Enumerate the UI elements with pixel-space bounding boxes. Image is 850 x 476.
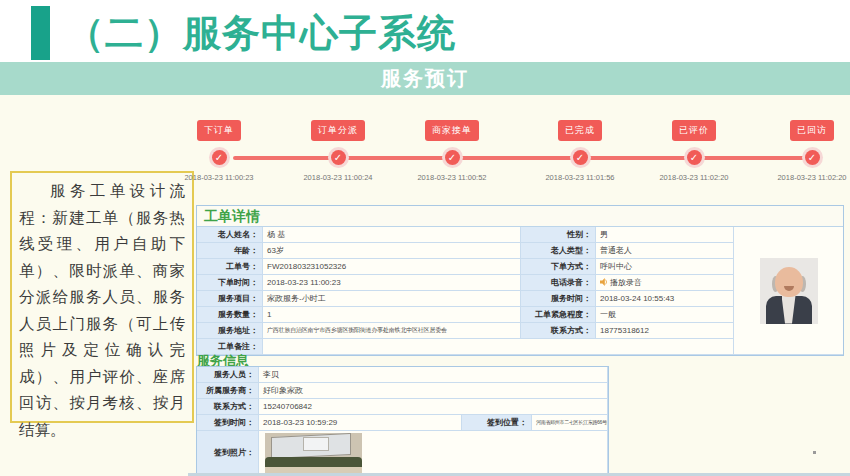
field-value: 好印象家政 — [259, 383, 608, 399]
field-value: 杨 基 — [263, 227, 521, 243]
step-button-rated[interactable]: 已评价 — [672, 120, 716, 141]
step-timestamp: 2018-03-23 11:00:23 — [159, 173, 279, 182]
field-value: 2018-03-23 10:59:29 — [259, 415, 462, 431]
field-label: 联系方式： — [521, 323, 596, 339]
step-button-accept[interactable]: 商家接单 — [425, 120, 479, 141]
elder-photo-cell — [734, 227, 843, 355]
field-label: 服务地址： — [197, 323, 263, 339]
step-button-dispatch[interactable]: 订单分派 — [311, 120, 365, 141]
field-value: 1 — [263, 307, 521, 323]
timeline-step-complete: 已完成 2018-03-23 11:01:56 — [520, 119, 640, 182]
field-value-remark — [263, 339, 734, 355]
field-label: 服务项目： — [197, 291, 263, 307]
field-value: 一般 — [596, 307, 734, 323]
field-label: 老人姓名： — [197, 227, 263, 243]
step-timestamp: 2018-03-23 11:00:24 — [278, 173, 398, 182]
check-icon — [445, 150, 460, 165]
field-label: 老人类型： — [521, 243, 596, 259]
timeline-step-order: 下订单 2018-03-23 11:00:23 — [159, 119, 279, 182]
timeline-step-dispatch: 订单分派 2018-03-23 11:00:24 — [278, 119, 398, 182]
check-icon — [687, 150, 702, 165]
field-label: 服务数量： — [197, 307, 263, 323]
work-order-detail-panel: 工单详情 老人姓名： 杨 基 性别： 男 年龄： 63岁 老人类型： 普通老人 … — [196, 205, 844, 356]
check-icon — [805, 150, 820, 165]
check-icon — [331, 150, 346, 165]
step-timestamp: 2018-03-23 11:00:52 — [392, 173, 512, 182]
field-label: 签到时间： — [197, 415, 259, 431]
artifact-dot — [813, 451, 816, 454]
field-label: 服务人员： — [197, 367, 259, 383]
timeline-step-visited: 已回访 2018-03-23 11:02:20 — [752, 119, 850, 182]
field-value: 李贝 — [259, 367, 608, 383]
field-label: 工单号： — [197, 259, 263, 275]
field-label: 所属服务商： — [197, 383, 259, 399]
step-timestamp: 2018-03-23 11:01:56 — [520, 173, 640, 182]
step-timestamp: 2018-03-23 11:02:20 — [752, 173, 850, 182]
field-label: 下单方式： — [521, 259, 596, 275]
field-value: 呼叫中心 — [596, 259, 734, 275]
field-value: 家政服务-小时工 — [263, 291, 521, 307]
field-label: 下单时间： — [197, 275, 263, 291]
field-value: 2018-03-24 10:55:43 — [596, 291, 734, 307]
signin-photo — [265, 433, 362, 475]
detail-table: 老人姓名： 杨 基 性别： 男 年龄： 63岁 老人类型： 普通老人 工单号： … — [197, 227, 843, 355]
step-button-complete[interactable]: 已完成 — [558, 120, 602, 141]
field-label: 联系方式： — [197, 399, 259, 415]
field-value: 18775318612 — [596, 323, 734, 339]
detail-panel-title: 工单详情 — [197, 206, 843, 227]
signin-photo-cell — [259, 431, 608, 476]
field-label: 服务时间： — [521, 291, 596, 307]
field-value: 男 — [596, 227, 734, 243]
play-recording-link[interactable]: 播放录音 — [610, 278, 642, 287]
step-button-visited[interactable]: 已回访 — [790, 120, 834, 141]
field-label: 性别： — [521, 227, 596, 243]
field-value-address: 广西壮族自治区南宁市西乡塘区衡阳街道办事处南铁北中区社区居委会 — [263, 323, 521, 339]
recording-cell: 播放录音 — [596, 275, 734, 291]
field-value: 普通老人 — [596, 243, 734, 259]
field-label: 签到位置： — [462, 415, 532, 431]
field-value: FW201803231052326 — [263, 259, 521, 275]
field-value: 63岁 — [263, 243, 521, 259]
field-label: 电话录音： — [521, 275, 596, 291]
title-accent-bar — [31, 6, 50, 60]
slide: （二）服务中心子系统 服务预订 服务工单设计流程：新建工单（服务热线受理、用户自… — [0, 0, 850, 476]
field-value: 2018-03-23 11:00:23 — [263, 275, 521, 291]
field-label: 工单紧急程度： — [521, 307, 596, 323]
elder-photo — [760, 258, 818, 324]
field-value: 15240706842 — [259, 399, 608, 415]
page-title: （二）服务中心子系统 — [66, 8, 456, 59]
timeline-step-accept: 商家接单 2018-03-23 11:00:52 — [392, 119, 512, 182]
step-timestamp: 2018-03-23 11:02:20 — [634, 173, 754, 182]
check-icon — [212, 150, 227, 165]
check-icon — [573, 150, 588, 165]
timeline-step-rated: 已评价 2018-03-23 11:02:20 — [634, 119, 754, 182]
speaker-icon — [600, 276, 608, 284]
service-info-table: 服务人员： 李贝 所属服务商： 好印象家政 联系方式： 15240706842 … — [196, 366, 609, 476]
field-label: 年龄： — [197, 243, 263, 259]
process-note: 服务工单设计流程：新建工单（服务热线受理、用户自助下单）、限时派单、商家分派给服… — [10, 171, 194, 423]
section-banner: 服务预订 — [0, 62, 850, 95]
field-label: 签到照片： — [197, 431, 259, 476]
step-button-order[interactable]: 下订单 — [197, 120, 241, 141]
signin-location-value: 河南省郑州市二七区长江东路66号院 — [532, 415, 608, 431]
